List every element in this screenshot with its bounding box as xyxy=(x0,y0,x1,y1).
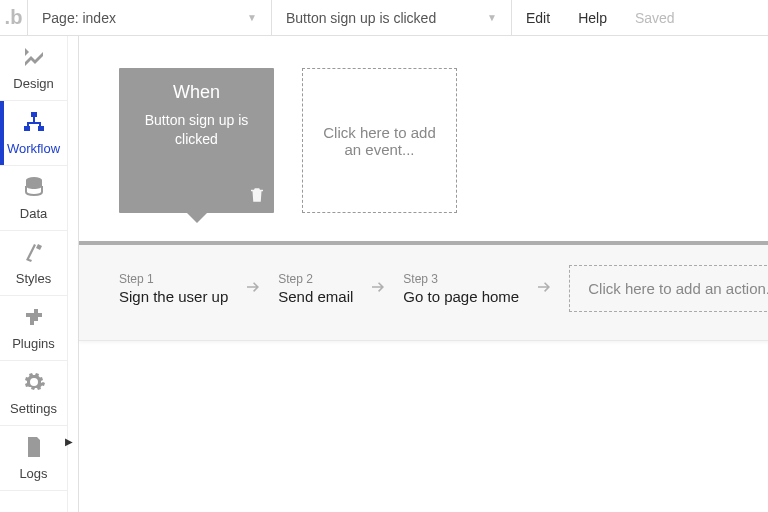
help-link[interactable]: Help xyxy=(564,0,621,35)
workflow-icon xyxy=(22,110,46,137)
edit-link[interactable]: Edit xyxy=(512,0,564,35)
sidebar-item-settings[interactable]: Settings xyxy=(0,361,67,426)
saved-status: Saved xyxy=(621,0,689,35)
step-text: Send email xyxy=(278,288,353,305)
step-text: Go to page home xyxy=(403,288,519,305)
svg-rect-0 xyxy=(31,112,37,117)
sidebar-item-label: Plugins xyxy=(12,336,55,351)
plugins-icon xyxy=(22,305,46,332)
trash-icon xyxy=(248,191,266,207)
event-dropdown-label: Button sign up is clicked xyxy=(286,10,436,26)
sidebar-item-label: Logs xyxy=(19,466,47,481)
design-icon xyxy=(22,45,46,72)
sidebar-item-data[interactable]: Data xyxy=(0,166,67,231)
logs-icon xyxy=(22,435,46,462)
workflow-canvas: When Button sign up is clicked Click her… xyxy=(68,36,768,512)
sidebar-item-label: Design xyxy=(13,76,53,91)
sidebar-item-plugins[interactable]: Plugins xyxy=(0,296,67,361)
step-label: Step 2 xyxy=(278,272,353,286)
step-text: Sign the user up xyxy=(119,288,228,305)
step-3[interactable]: Step 3 Go to page home xyxy=(403,272,519,305)
sidebar-item-label: Workflow xyxy=(7,141,60,156)
arrow-right-icon xyxy=(238,278,268,299)
styles-icon xyxy=(22,240,46,267)
step-label: Step 1 xyxy=(119,272,228,286)
sidebar-item-design[interactable]: Design xyxy=(0,36,67,101)
sidebar-item-logs[interactable]: Logs xyxy=(0,426,67,491)
add-action-label: Click here to add an action... xyxy=(588,280,768,297)
sidebar-item-label: Settings xyxy=(10,401,57,416)
add-event-label: Click here to add an event... xyxy=(319,124,440,158)
app-logo: .b xyxy=(0,0,28,35)
event-description: Button sign up is clicked xyxy=(129,111,264,149)
topbar: .b Page: index ▼ Button sign up is click… xyxy=(0,0,768,36)
steps-container: Step 1 Sign the user up Step 2 Send emai… xyxy=(79,241,768,341)
page-dropdown-label: Page: index xyxy=(42,10,116,26)
sidebar-item-label: Data xyxy=(20,206,47,221)
svg-rect-1 xyxy=(24,126,30,131)
arrow-right-icon xyxy=(529,278,559,299)
step-label: Step 3 xyxy=(403,272,519,286)
caret-down-icon: ▼ xyxy=(447,12,497,23)
step-2[interactable]: Step 2 Send email xyxy=(278,272,353,305)
delete-event-button[interactable] xyxy=(248,186,266,207)
arrow-right-icon xyxy=(363,278,393,299)
svg-rect-2 xyxy=(38,126,44,131)
sidebar-item-label: Styles xyxy=(16,271,51,286)
step-1[interactable]: Step 1 Sign the user up xyxy=(119,272,228,305)
add-event-button[interactable]: Click here to add an event... xyxy=(302,68,457,213)
sidebar-item-styles[interactable]: Styles xyxy=(0,231,67,296)
add-action-button[interactable]: Click here to add an action... xyxy=(569,265,768,312)
sidebar: Design Workflow Data Styles Plugins Sett… xyxy=(0,36,68,512)
event-dropdown[interactable]: Button sign up is clicked ▼ xyxy=(272,0,512,35)
gear-icon xyxy=(22,370,46,397)
page-dropdown[interactable]: Page: index ▼ xyxy=(28,0,272,35)
event-title: When xyxy=(129,82,264,103)
sidebar-item-workflow[interactable]: Workflow xyxy=(0,101,67,166)
data-icon xyxy=(22,175,46,202)
event-card[interactable]: When Button sign up is clicked xyxy=(119,68,274,213)
caret-down-icon: ▼ xyxy=(207,12,257,23)
